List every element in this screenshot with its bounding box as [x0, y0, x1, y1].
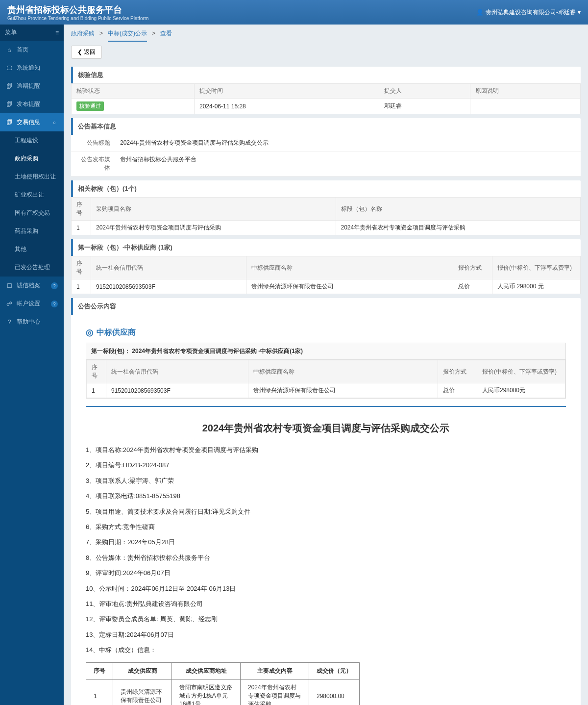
sections-title: 相关标段（包）(1个) [71, 180, 581, 197]
menu-icon: ? [6, 319, 13, 326]
sidebar-subitem[interactable]: 矿业权出让 [0, 186, 64, 204]
doc-paragraph: 12、评审委员会成员名单: 周英、黄陈、经志刚 [86, 611, 566, 627]
deal-table: 序号 成交供应商 成交供应商地址 主要成交内容 成交价（元） 1 贵州绿兴清源环… [86, 662, 360, 705]
app-title: 贵州省招标投标公共服务平台 [7, 5, 122, 15]
doc-body: 1、项目名称:2024年贵州省农村专项资金项目调度与评估采购2、项目编号:HDZ… [86, 442, 566, 657]
doc-paragraph: 11、评审地点:贵州弘典建设咨询有限公司 [86, 596, 566, 611]
user-info[interactable]: 👤 贵州弘典建设咨询有限公司-邓廷睿 ▾ [476, 8, 581, 17]
doc-paragraph: 9、评审时间:2024年06月07日 [86, 565, 566, 580]
sup-table: 序号 统一社会信用代码 中标供应商名称 报价方式 报价(中标价、下浮率或费率) … [86, 360, 565, 398]
sidebar-item[interactable]: 🖵系统通知 [0, 59, 64, 77]
return-button[interactable]: ❮ 返回 [71, 46, 102, 59]
sidebar-subitem[interactable]: 国有产权交易 [0, 204, 64, 222]
sidebar-item[interactable]: 🗐交易信息○ [0, 113, 64, 131]
badge: ? [51, 301, 58, 307]
doc-title: 2024年贵州省农村专项资金项目调度与评估采购成交公示 [86, 414, 566, 442]
supplier-table: 序号 统一社会信用代码 中标供应商名称 报价方式 报价(中标价、下浮率或费率) … [71, 256, 581, 294]
doc-paragraph: 13、定标日期:2024年06月07日 [86, 627, 566, 642]
menu-icon: 🗐 [6, 83, 13, 90]
sidebar-item[interactable]: 🗐发布提醒 [0, 95, 64, 113]
menu-icon: ☐ [6, 282, 13, 289]
chevron-down-icon: ▾ [578, 9, 581, 16]
basic-title: 公告基本信息 [71, 118, 581, 135]
crumb-1[interactable]: 政府采购 [71, 30, 95, 37]
doc-paragraph: 7、采购日期：2024年05月28日 [86, 534, 566, 550]
sidebar-item[interactable]: ☍帐户设置? [0, 295, 64, 313]
crumb-2[interactable]: 中标(成交)公示 [108, 29, 147, 42]
table-row: 1 2024年贵州省农村专项资金项目调度与评估采购 2024年贵州省农村专项资金… [72, 221, 581, 235]
supplier-title: 第一标段（包）-中标供应商 (1家) [71, 239, 581, 256]
sidebar-item[interactable]: ☐诚信档案? [0, 277, 64, 295]
menu-icon: 🗐 [6, 119, 13, 126]
badge: ? [51, 282, 58, 289]
sections-table: 序号 采购项目名称 标段（包）名称 1 2024年贵州省农村专项资金项目调度与评… [71, 197, 581, 235]
crumb-3[interactable]: 查看 [160, 30, 172, 37]
doc-paragraph: 6、采购方式:竞争性磋商 [86, 519, 566, 534]
menu-toggle-icon[interactable]: ≡ [55, 29, 59, 36]
table-row: 核验通过 2024-06-11 15:28 邓廷睿 [72, 99, 581, 114]
doc-paragraph: 8、公告媒体：贵州省招标投标公共服务平台 [86, 550, 566, 565]
doc-paragraph: 5、项目用途、简要技术要求及合同履行日期:详见采购文件 [86, 504, 566, 519]
sidebar-subitem[interactable]: 政府采购 [0, 150, 64, 168]
content-title: 公告公示内容 [71, 298, 581, 315]
sidebar-subitem[interactable]: 土地使用权出让 [0, 168, 64, 186]
supplier-header: 中标供应商 [86, 322, 566, 343]
doc-paragraph: 10、公示时间：2024年06月12日至 2024年 06月13日 [86, 581, 566, 596]
content-panel: 公告公示内容 中标供应商 第一标段(包)： 2024年贵州省农村专项资金项目调度… [71, 298, 581, 705]
sidebar: 菜单 ≡ ⌂首页🖵系统通知🗐逾期提醒🗐发布提醒🗐交易信息○工程建设政府采购土地使… [0, 25, 64, 705]
doc-paragraph: 3、项目联系人:梁宇涛、郭广荣 [86, 473, 566, 488]
breadcrumb: 政府采购 > 中标(成交)公示 > 查看 [64, 25, 588, 42]
sidebar-item[interactable]: 🗐逾期提醒 [0, 77, 64, 95]
sidebar-item[interactable]: ⌂首页 [0, 41, 64, 59]
menu-icon: 🗐 [6, 101, 13, 108]
table-row: 1 91520102085693503F 贵州绿兴清源环保有限责任公司 总价 人… [72, 279, 581, 294]
sidebar-subitem[interactable]: 工程建设 [0, 131, 64, 150]
table-row: 1 贵州绿兴清源环保有限责任公司 贵阳市南明区遵义路城市方舟1栋A单元16楼1号… [86, 680, 360, 705]
doc-paragraph: 4、项目联系电话:0851-85755198 [86, 488, 566, 504]
sidebar-subitem[interactable]: 已发公告处理 [0, 258, 64, 277]
user-icon: 👤 [476, 9, 484, 16]
table-row: 1 91520102085693503F 贵州绿兴清源环保有限责任公司 总价 人… [87, 383, 565, 398]
status-badge: 核验通过 [76, 101, 104, 111]
supplier-panel: 第一标段（包）-中标供应商 (1家) 序号 统一社会信用代码 中标供应商名称 报… [71, 239, 581, 294]
badge: ○ [51, 119, 58, 126]
sidebar-menu-header: 菜单 ≡ [0, 25, 64, 41]
verify-panel: 核验信息 核验状态 提交时间 提交人 原因说明 核验通过 2024-06-11 … [71, 67, 581, 114]
doc-paragraph: 14、中标（成交）信息： [86, 642, 566, 657]
sup-box-title: 第一标段(包)： 2024年贵州省农村专项资金项目调度与评估采购 -中标供应商(… [86, 343, 565, 360]
table-row: 公告发布媒体 贵州省招标投标公共服务平台 [71, 151, 581, 176]
sidebar-subitem[interactable]: 其他 [0, 240, 64, 258]
app-subtitle: GuiZhou Province Tendering and Bidding P… [7, 16, 148, 21]
menu-icon: 🖵 [6, 65, 13, 72]
sidebar-item[interactable]: ?帮助中心 [0, 313, 64, 331]
doc-paragraph: 2、项目编号:HDZB-2024-087 [86, 457, 566, 473]
verify-title: 核验信息 [71, 67, 581, 83]
doc-paragraph: 1、项目名称:2024年贵州省农村专项资金项目调度与评估采购 [86, 442, 566, 457]
sections-panel: 相关标段（包）(1个) 序号 采购项目名称 标段（包）名称 1 2024年贵州省… [71, 180, 581, 235]
menu-icon: ☍ [6, 301, 13, 307]
menu-icon: ⌂ [6, 47, 13, 53]
verify-table: 核验状态 提交时间 提交人 原因说明 核验通过 2024-06-11 15:28… [71, 83, 581, 114]
header: 贵州省招标投标公共服务平台 GuiZhou Province Tendering… [0, 0, 588, 25]
basic-panel: 公告基本信息 公告标题 2024年贵州省农村专项资金项目调度与评估采购成交公示 … [71, 118, 581, 176]
table-row: 公告标题 2024年贵州省农村专项资金项目调度与评估采购成交公示 [71, 135, 581, 151]
sidebar-subitem[interactable]: 药品采购 [0, 222, 64, 240]
main-content: 政府采购 > 中标(成交)公示 > 查看 ❮ 返回 核验信息 核验状态 提交时间… [64, 25, 588, 705]
